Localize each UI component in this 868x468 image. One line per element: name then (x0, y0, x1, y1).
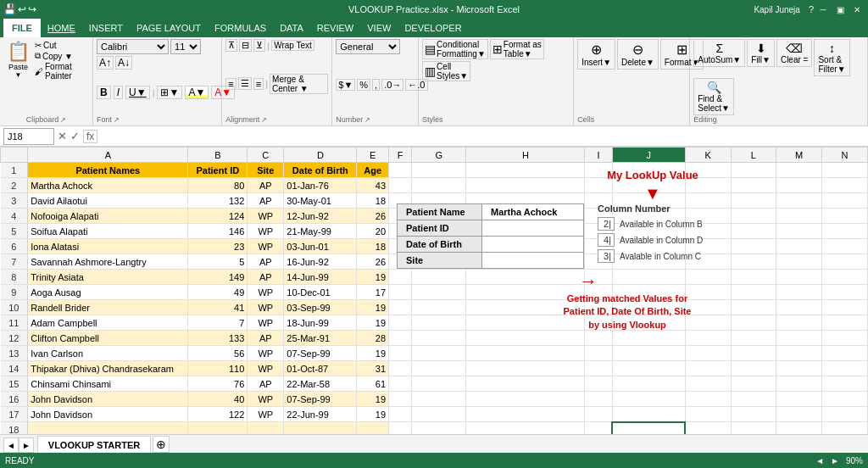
italic-button[interactable]: I (114, 86, 123, 99)
cell-i-14[interactable] (585, 361, 612, 376)
percent-button[interactable]: % (357, 79, 370, 91)
cell-j-16[interactable] (612, 392, 685, 407)
save-icon[interactable]: 💾 (3, 3, 16, 15)
cell-f-17[interactable] (389, 407, 412, 422)
cell-d-11[interactable]: 18-Jun-99 (284, 315, 357, 331)
col-header-i[interactable]: I (585, 148, 612, 163)
align-top-button[interactable]: ⊼ (225, 39, 237, 52)
cell-d-5[interactable]: 21-May-99 (284, 224, 357, 239)
align-center-button[interactable]: ☰ (238, 77, 252, 90)
cell-a-16[interactable]: John Davidson (28, 392, 188, 407)
cell-g-16[interactable] (411, 392, 466, 407)
cell-a-18[interactable] (28, 422, 188, 435)
insert-button[interactable]: ⊕Insert▼ (577, 39, 615, 70)
align-bottom-button[interactable]: ⊻ (253, 39, 265, 52)
cell-a-13[interactable]: Ivan Carlson (28, 346, 188, 361)
cell-e-6[interactable]: 18 (357, 239, 389, 254)
cell-b-14[interactable]: 110 (188, 361, 248, 376)
cell-l-17[interactable] (731, 407, 776, 422)
cell-e-7[interactable]: 26 (357, 254, 389, 270)
menu-home[interactable]: HOME (41, 19, 82, 37)
cell-b-12[interactable]: 133 (188, 331, 248, 346)
fill-button[interactable]: ⬇Fill▼ (747, 39, 775, 67)
name-box[interactable] (3, 128, 54, 145)
cell-i-17[interactable] (585, 407, 612, 422)
col-header-l[interactable]: L (731, 148, 776, 163)
formula-input[interactable] (101, 128, 865, 145)
cell-a-5[interactable]: Soifua Alapati (28, 224, 188, 239)
decrease-font-button[interactable]: A↓ (115, 56, 132, 70)
cell-l-14[interactable] (731, 361, 776, 376)
cell-c-16[interactable]: WP (248, 392, 284, 407)
cell-h-13[interactable] (466, 346, 585, 361)
cell-d-9[interactable]: 10-Dec-01 (284, 285, 357, 300)
cell-j-15[interactable] (612, 376, 685, 392)
cell-b-13[interactable]: 56 (188, 346, 248, 361)
cell-e-5[interactable]: 20 (357, 224, 389, 239)
formula-cancel-icon[interactable]: ✕ (58, 130, 67, 142)
cell-g-17[interactable] (411, 407, 466, 422)
cell-j-17[interactable] (612, 407, 685, 422)
cell-n-15[interactable] (822, 376, 868, 392)
cell-b-4[interactable]: 124 (188, 209, 248, 224)
cell-j-13[interactable] (612, 346, 685, 361)
cell-g-15[interactable] (411, 376, 466, 392)
cell-a-14[interactable]: Thipakar (Dhiva) Chandrasekaram (28, 361, 188, 376)
cell-c-17[interactable]: WP (248, 407, 284, 422)
cell-j-18[interactable] (612, 422, 685, 435)
col-header-k[interactable]: K (685, 148, 731, 163)
cell-b-11[interactable]: 7 (188, 315, 248, 331)
cell-n-13[interactable] (822, 346, 868, 361)
cell-a-15[interactable]: Chinsami Chinsami (28, 376, 188, 392)
cell-e-11[interactable]: 19 (357, 315, 389, 331)
menu-page-layout[interactable]: PAGE LAYOUT (130, 19, 208, 37)
menu-insert[interactable]: INSERT (82, 19, 130, 37)
sort-filter-button[interactable]: ↕Sort &Filter▼ (814, 39, 849, 76)
col-header-c[interactable]: C (248, 148, 284, 163)
cell-g-14[interactable] (411, 361, 466, 376)
cell-c-4[interactable]: WP (248, 209, 284, 224)
cell-n-17[interactable] (822, 407, 868, 422)
cell-a-9[interactable]: Aoga Ausag (28, 285, 188, 300)
cell-d-18[interactable] (284, 422, 357, 435)
cell-l-13[interactable] (731, 346, 776, 361)
help-icon[interactable]: ? (809, 4, 814, 14)
cell-d-2[interactable]: 01-Jan-76 (284, 178, 357, 193)
col-header-m[interactable]: M (776, 148, 822, 163)
cell-c-13[interactable]: WP (248, 346, 284, 361)
cell-f-13[interactable] (389, 346, 412, 361)
cell-b-5[interactable]: 146 (188, 224, 248, 239)
cell-g-18[interactable] (411, 422, 466, 435)
insert-function-icon[interactable]: fx (83, 130, 97, 143)
scroll-sheet-left-button[interactable]: ◄ (3, 437, 19, 453)
cell-m-16[interactable] (776, 392, 822, 407)
cell-b-9[interactable]: 49 (188, 285, 248, 300)
cell-m-14[interactable] (776, 361, 822, 376)
cell-l-18[interactable] (731, 422, 776, 435)
cell-h-16[interactable] (466, 392, 585, 407)
cell-d-1[interactable]: Date of Birth (284, 163, 357, 178)
cell-e-17[interactable]: 19 (357, 407, 389, 422)
cell-k-13[interactable] (685, 346, 731, 361)
cell-g-13[interactable] (411, 346, 466, 361)
conditional-formatting-button[interactable]: ▤ConditionalFormatting▼ (422, 39, 488, 59)
cell-a-6[interactable]: Iona Alatasi (28, 239, 188, 254)
cell-b-2[interactable]: 80 (188, 178, 248, 193)
cell-b-8[interactable]: 149 (188, 270, 248, 285)
scroll-sheet-right-button[interactable]: ► (19, 437, 34, 453)
cell-a-11[interactable]: Adam Campbell (28, 315, 188, 331)
cell-k-17[interactable] (685, 407, 731, 422)
align-middle-button[interactable]: ⊟ (239, 39, 252, 52)
sheet-tab-vlookup[interactable]: VLOOKUP STARTER (37, 436, 151, 453)
cell-b-10[interactable]: 41 (188, 300, 248, 315)
lookup-patient-name-value[interactable]: Martha Achock (482, 204, 584, 220)
cell-m-15[interactable] (776, 376, 822, 392)
col-header-e[interactable]: E (357, 148, 389, 163)
merge-center-button[interactable]: Merge & Center ▼ (270, 74, 328, 94)
cell-b-6[interactable]: 23 (188, 239, 248, 254)
cell-a-1[interactable]: Patient Names (28, 163, 188, 178)
menu-formulas[interactable]: FORMULAS (208, 19, 273, 37)
cell-d-6[interactable]: 03-Jun-01 (284, 239, 357, 254)
cell-b-7[interactable]: 5 (188, 254, 248, 270)
lookup-dob-value[interactable] (482, 237, 584, 253)
